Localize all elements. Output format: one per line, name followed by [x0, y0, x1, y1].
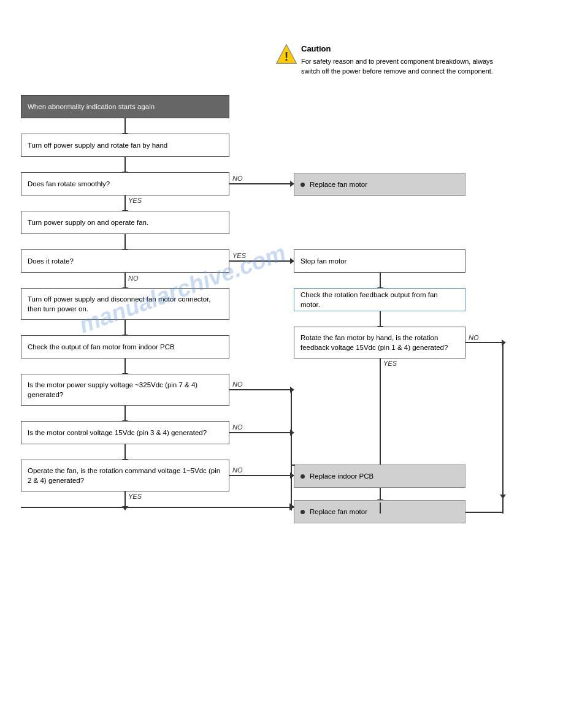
arrow-d3-no: [229, 389, 291, 390]
arrow-d4-to-d5: [124, 444, 126, 460]
arrow-box2-to-d2: [124, 234, 126, 249]
warning-icon: !: [275, 43, 297, 65]
box4: Check the output of fan motor from indoo…: [21, 335, 229, 358]
arrow-pcb-to-fan2: [380, 488, 381, 500]
label-no-rotate: NO: [469, 334, 479, 341]
arrow-box1-to-d1: [124, 157, 126, 172]
box1: Turn off power supply and rotate fan by …: [21, 134, 229, 157]
line-yes-rotate-to-fan2: [380, 502, 381, 514]
arrow-rotate-no: [465, 342, 502, 343]
arrow-d3-to-d4: [124, 406, 126, 421]
label-yes2: YES: [232, 252, 246, 259]
bullet-dot-1: [301, 183, 305, 187]
bullet-dot-2: [301, 474, 305, 479]
decision2: Does it rotate?: [21, 249, 229, 273]
stop-fan-motor-box: Stop fan motor: [294, 249, 465, 273]
replace-indoor-pcb-box: Replace indoor PCB: [294, 464, 465, 488]
decision5: Operate the fan, is the rotation command…: [21, 460, 229, 491]
line-no-right-horizontal: [465, 512, 504, 513]
line-d4-no-right: [291, 432, 292, 510]
label-yes-rotate: YES: [383, 360, 397, 367]
arrow-d2-yes: [229, 260, 291, 262]
arrow-box3-to-box4: [124, 320, 126, 335]
replace-indoor-pcb-content: Replace indoor PCB: [301, 471, 373, 481]
arrow-d5-yes-down: [124, 491, 126, 507]
label-yes1: YES: [128, 197, 142, 204]
replace-fan-motor-1-content: Replace fan motor: [301, 180, 367, 189]
label-no3: NO: [232, 381, 243, 388]
decision4: Is the motor control voltage 15Vdc (pin …: [21, 421, 229, 444]
line-yes-horizontal: [21, 507, 294, 508]
box3: Turn off power supply and disconnect fan…: [21, 288, 229, 320]
box2: Turn power supply on and operate fan.: [21, 211, 229, 234]
arrow-yes-right: [289, 503, 294, 510]
arrow-d4-no: [229, 432, 291, 433]
label-no4: NO: [232, 423, 243, 431]
caution-label: Caution: [301, 44, 331, 53]
label-no1: NO: [232, 175, 243, 182]
check-rotation-box: Check the rotation feedback output from …: [294, 288, 465, 311]
arrow-d1-yes: [124, 195, 126, 211]
caution-box: ! Caution For safety reason and to preve…: [275, 43, 496, 77]
caution-text: For safety reason and to prevent compone…: [301, 56, 496, 77]
svg-text:!: !: [285, 50, 289, 63]
arrow-d2-no: [124, 273, 126, 288]
decision3: Is the motor power supply voltage ~325Vd…: [21, 374, 229, 406]
page: manualarchive.com ! Caution For safety r…: [0, 0, 563, 728]
rotate-by-hand-box: Rotate the fan motor by hand, is the rot…: [294, 327, 465, 358]
label-no2: NO: [128, 275, 139, 282]
label-no5: NO: [232, 466, 243, 474]
bullet-dot-3: [301, 510, 305, 514]
label-yes5: YES: [128, 493, 142, 500]
start-box: When abnormality indication starts again: [21, 95, 229, 118]
arrow-start-to-box1: [124, 118, 126, 134]
line-no-right-end: [502, 495, 504, 514]
decision1: Does fan rotate smoothly?: [21, 172, 229, 195]
line-d3-to-pcb: [291, 464, 295, 466]
arrow-check-to-rotate: [380, 311, 381, 327]
line-no-right: [502, 342, 504, 495]
arrow-d1-no: [229, 183, 291, 184]
replace-fan-motor-1-box: Replace fan motor: [294, 173, 465, 196]
arrow-d5-no: [229, 475, 291, 476]
arrow-box4-to-d3: [124, 358, 126, 374]
replace-fan-motor-2-content: Replace fan motor: [301, 507, 367, 517]
arrow-stop-to-check: [380, 273, 381, 288]
